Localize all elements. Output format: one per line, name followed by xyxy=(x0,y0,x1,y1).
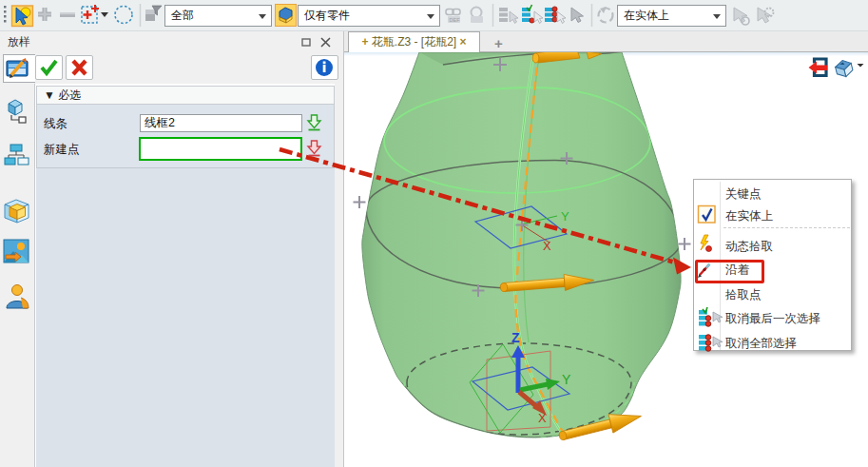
svg-text:Y: Y xyxy=(562,372,571,387)
svg-text:X: X xyxy=(543,239,551,253)
svg-text:Y: Y xyxy=(561,209,569,224)
svg-text:DEF: DEF xyxy=(450,17,461,23)
svg-text:X: X xyxy=(538,411,547,425)
svg-text:Z: Z xyxy=(511,330,520,345)
